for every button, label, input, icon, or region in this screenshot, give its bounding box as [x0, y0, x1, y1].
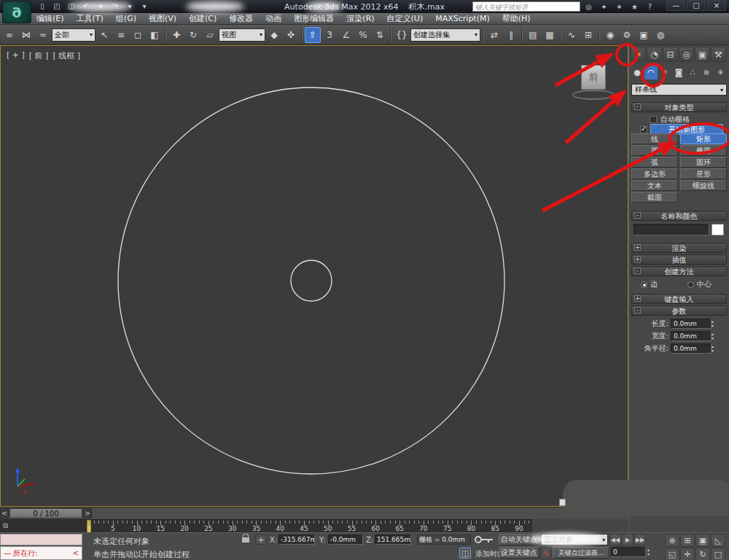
rollout-creation-method[interactable]: - 创建方法: [631, 266, 727, 276]
maxscript-listener-line[interactable]: — 所在行: <: [0, 546, 82, 560]
tab-display-icon[interactable]: ▣: [695, 47, 710, 62]
viewport-menu-view[interactable]: [ 前 ]: [29, 50, 49, 61]
menu-item-7[interactable]: 图形编辑器: [294, 13, 334, 24]
object-type-button-2[interactable]: 圆: [631, 145, 678, 156]
nav-zoom-all-icon[interactable]: ⊞: [680, 534, 695, 547]
category-geometry-icon[interactable]: ●: [631, 66, 644, 79]
menu-item-6[interactable]: 动画: [265, 13, 281, 24]
reference-coordinate-dropdown[interactable]: 视图▾: [219, 28, 265, 42]
3ds-max-logo-icon[interactable]: 6: [2, 1, 31, 23]
rollout-parameters[interactable]: - 参数: [631, 306, 727, 316]
menu-item-9[interactable]: 自定义(U): [387, 13, 424, 24]
spinner-snap-toggle-icon[interactable]: ⇅: [372, 27, 388, 43]
viewcube[interactable]: 前: [577, 65, 610, 101]
menu-item-4[interactable]: 创建(C): [189, 13, 217, 24]
render-production-icon[interactable]: ◍: [652, 27, 668, 43]
window-crossing-toggle-icon[interactable]: ◧: [147, 27, 163, 43]
viewport-canvas[interactable]: x: [1, 46, 628, 506]
menu-item-10[interactable]: MAXScript(M): [435, 14, 490, 23]
object-type-button-10[interactable]: 截面: [631, 192, 678, 203]
maxscript-mini-listener[interactable]: [0, 534, 82, 545]
prev-frame-arrow[interactable]: <: [0, 508, 9, 518]
time-slider[interactable]: < 0 / 100 >: [0, 507, 628, 519]
qat-customize-icon[interactable]: ▾: [139, 1, 150, 12]
expand-icon[interactable]: +: [634, 244, 641, 251]
tab-create-icon[interactable]: ✶: [631, 47, 646, 62]
open-file-icon[interactable]: ◰: [51, 1, 63, 12]
snap-toggle-3d-icon[interactable]: 3: [321, 27, 338, 43]
object-type-button-7[interactable]: 星形: [680, 168, 727, 179]
minimize-button[interactable]: —: [666, 0, 685, 11]
object-type-button-3[interactable]: 椭圆: [680, 145, 727, 156]
rectangular-selection-region-icon[interactable]: ◻: [130, 27, 146, 43]
nav-fov-icon[interactable]: ◺: [711, 534, 725, 547]
collapse-icon[interactable]: -: [634, 104, 641, 110]
object-type-button-8[interactable]: 文本: [631, 180, 678, 191]
track-bar[interactable]: ⧉ 051015202530354045505560657075808590: [0, 519, 532, 532]
object-type-button-0[interactable]: 线: [631, 133, 678, 144]
object-type-button-6[interactable]: 多边形: [631, 168, 678, 179]
listener-scroll-arrow[interactable]: <: [73, 549, 79, 557]
collapse-icon[interactable]: -: [634, 307, 641, 314]
curve-editor-icon[interactable]: ∿: [564, 27, 580, 43]
viewport-menu-plus[interactable]: [ + ]: [7, 50, 25, 61]
key-filters-button[interactable]: 关键点过滤器...: [553, 547, 609, 559]
menu-item-5[interactable]: 修改器: [229, 13, 253, 24]
new-key-icon[interactable]: ∿: [541, 547, 551, 559]
named-selection-sets-dropdown[interactable]: 创建选择集▾: [410, 28, 480, 42]
viewport-menu-shading[interactable]: [ 线框 ]: [52, 50, 80, 61]
tab-utilities-icon[interactable]: ⚒: [711, 47, 726, 62]
spline-circle-inner[interactable]: [291, 260, 332, 301]
selection-lock-icon[interactable]: [242, 537, 249, 542]
length-spinner[interactable]: ▴▾: [712, 319, 718, 328]
align-icon[interactable]: ∥: [503, 27, 519, 43]
nav-zoom-extents-icon[interactable]: ▣: [695, 534, 710, 547]
trackbar-config-icon[interactable]: ⧉: [3, 521, 19, 532]
select-and-link-icon[interactable]: ∞: [1, 27, 17, 43]
select-and-rotate-icon[interactable]: ↻: [185, 27, 201, 43]
collapse-icon[interactable]: -: [634, 268, 641, 274]
time-tag-icon[interactable]: ◫: [459, 548, 471, 559]
viewcube-front-face[interactable]: 前: [581, 65, 606, 90]
search-input[interactable]: 键入关键字或短语: [472, 1, 580, 12]
rollout-rendering[interactable]: + 渲染: [631, 243, 727, 253]
rendered-frame-window-icon[interactable]: ▣: [636, 27, 652, 43]
object-type-button-5[interactable]: 圆环: [680, 157, 727, 168]
z-coordinate-field[interactable]: 151.665mm: [375, 534, 411, 545]
go-to-end-icon[interactable]: ▶▶: [634, 534, 646, 545]
viewcube-ring[interactable]: [572, 90, 615, 100]
tab-hierarchy-icon[interactable]: ⊟: [663, 47, 678, 62]
length-field[interactable]: 0.0mm: [671, 319, 712, 329]
nav-zoom-icon[interactable]: ⊕: [665, 534, 679, 547]
spline-circle-outer[interactable]: [118, 88, 504, 474]
corner-radius-field[interactable]: 0.0mm: [671, 343, 712, 354]
use-pivot-point-center-icon[interactable]: ◆: [266, 27, 282, 43]
category-shapes-icon[interactable]: ◠: [644, 66, 658, 79]
edit-named-selection-sets-icon[interactable]: {}: [394, 27, 410, 43]
schematic-view-icon[interactable]: ⊞: [580, 27, 596, 43]
menu-item-11[interactable]: 帮助(H): [502, 13, 531, 24]
play-animation-icon[interactable]: ▶: [622, 534, 634, 545]
tab-modify-icon[interactable]: ◔: [647, 47, 662, 62]
layer-manager-icon[interactable]: ▤: [525, 27, 541, 43]
next-frame-arrow[interactable]: >: [83, 508, 92, 518]
object-color-swatch[interactable]: [712, 224, 724, 236]
keyboard-shortcut-override-icon[interactable]: ⇧: [305, 27, 321, 43]
center-radio[interactable]: [687, 281, 694, 288]
frame-spinner[interactable]: ▴▾: [647, 548, 654, 556]
rollout-interpolation[interactable]: + 插值: [631, 254, 727, 265]
expand-icon[interactable]: +: [634, 256, 641, 262]
x-coordinate-field[interactable]: -315.667mm: [278, 534, 315, 545]
nav-zoom-region-icon[interactable]: ◱: [665, 548, 679, 560]
communication-center-icon[interactable]: ✶: [614, 1, 625, 12]
select-and-move-icon[interactable]: ✚: [168, 27, 184, 43]
absolute-relative-toggle-icon[interactable]: +: [255, 534, 267, 545]
category-cameras-icon[interactable]: ◙: [672, 66, 685, 79]
nav-pan-icon[interactable]: ✛: [680, 548, 695, 560]
viewport-front[interactable]: x [ + ] [ 前 ] [ 线框 ] 前: [0, 45, 628, 507]
selection-filter-dropdown[interactable]: 全部▾: [52, 28, 95, 42]
menu-item-8[interactable]: 渲染(R): [346, 13, 374, 24]
rollout-name-color[interactable]: - 名称和颜色: [631, 211, 727, 221]
width-spinner[interactable]: ▴▾: [712, 332, 718, 341]
menu-item-2[interactable]: 组(G): [116, 13, 136, 24]
